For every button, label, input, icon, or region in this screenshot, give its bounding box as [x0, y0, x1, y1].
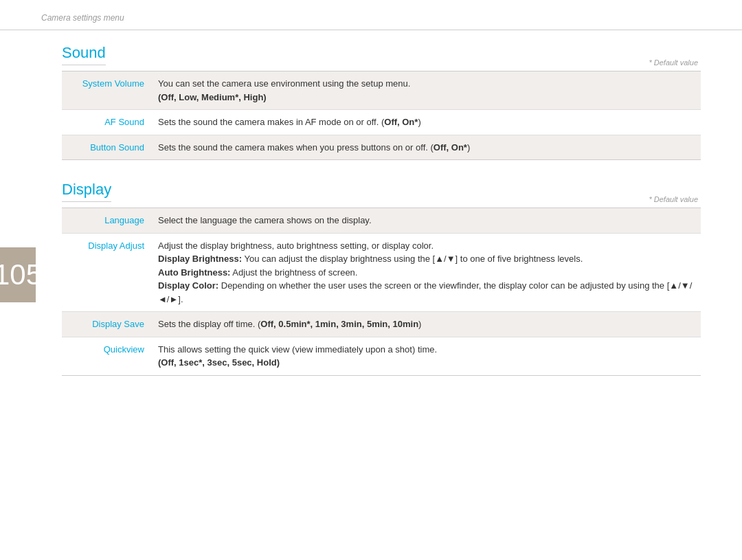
quickview-label: Quickview: [62, 337, 151, 375]
page-header: Camera settings menu: [0, 0, 742, 30]
display-section-title: Display: [62, 181, 111, 202]
table-row: System Volume You can set the camera use…: [62, 71, 701, 110]
display-adjust-line4: Display Color: Depending on whether the …: [158, 280, 692, 304]
af-sound-label: AF Sound: [62, 110, 151, 135]
sound-section-title: Sound: [62, 44, 106, 65]
display-save-label: Display Save: [62, 312, 151, 337]
display-adjust-label: Display Adjust: [62, 233, 151, 312]
display-save-desc: Sets the display off time. (Off, 0.5min*…: [151, 312, 701, 337]
display-adjust-desc: Adjust the display brightness, auto brig…: [151, 233, 701, 312]
language-text: Select the language the camera shows on …: [158, 215, 372, 225]
page-number-tab: 105: [0, 247, 36, 302]
table-row: Button Sound Sets the sound the camera m…: [62, 135, 701, 160]
main-content: Sound * Default value System Volume You …: [0, 30, 742, 410]
system-volume-options: (Off, Low, Medium*, High): [158, 92, 267, 102]
header-title: Camera settings menu: [41, 13, 124, 23]
display-adjust-line3: Auto Brightness: Adjust the brightness o…: [158, 267, 357, 278]
quickview-line2: (Off, 1sec*, 3sec, 5sec, Hold): [158, 357, 280, 368]
page-container: 105 Camera settings menu Sound * Default…: [0, 0, 742, 560]
display-adjust-line1: Adjust the display brightness, auto brig…: [158, 240, 434, 251]
display-table: Language Select the language the camera …: [62, 208, 701, 376]
quickview-line1: This allows setting the quick view (view…: [158, 344, 437, 355]
system-volume-text: You can set the camera use environment u…: [158, 78, 410, 89]
language-label: Language: [62, 208, 151, 233]
system-volume-desc: You can set the camera use environment u…: [151, 71, 701, 110]
button-sound-text: Sets the sound the camera makes when you…: [158, 142, 470, 153]
system-volume-label: System Volume: [62, 71, 151, 110]
language-desc: Select the language the camera shows on …: [151, 208, 701, 233]
page-number: 105: [0, 260, 42, 289]
table-row: Quickview This allows setting the quick …: [62, 337, 701, 375]
display-save-text: Sets the display off time. (Off, 0.5min*…: [158, 319, 421, 329]
af-sound-desc: Sets the sound the camera makes in AF mo…: [151, 110, 701, 135]
button-sound-label: Button Sound: [62, 135, 151, 160]
button-sound-desc: Sets the sound the camera makes when you…: [151, 135, 701, 160]
quickview-desc: This allows setting the quick view (view…: [151, 337, 701, 375]
sound-table: System Volume You can set the camera use…: [62, 71, 701, 160]
sound-section: Sound * Default value System Volume You …: [62, 44, 701, 160]
table-row: Display Adjust Adjust the display bright…: [62, 233, 701, 312]
display-section: Display * Default value Language Select …: [62, 181, 701, 376]
table-row: AF Sound Sets the sound the camera makes…: [62, 110, 701, 135]
table-row: Display Save Sets the display off time. …: [62, 312, 701, 337]
af-sound-text: Sets the sound the camera makes in AF mo…: [158, 117, 421, 127]
display-default-value: * Default value: [649, 195, 701, 205]
display-adjust-line2: Display Brightness: You can adjust the d…: [158, 254, 583, 264]
sound-default-value: * Default value: [649, 58, 701, 68]
table-row: Language Select the language the camera …: [62, 208, 701, 233]
